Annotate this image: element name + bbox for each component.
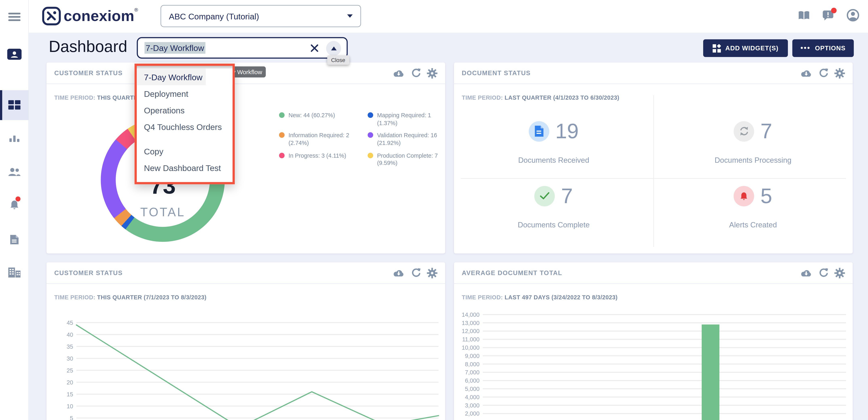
legend-dot bbox=[368, 152, 373, 158]
chevron-down-icon bbox=[347, 14, 353, 18]
options-button[interactable]: ••• OPTIONS bbox=[793, 39, 854, 57]
donut-legend: New: 44 (60.27%) Mapping Required: 1 (1.… bbox=[279, 112, 438, 167]
svg-text:5,000: 5,000 bbox=[465, 386, 479, 392]
brand-logo[interactable]: conexiom ® bbox=[42, 7, 138, 26]
book-icon bbox=[798, 10, 810, 20]
stat-documents-received: 19 Documents Received bbox=[454, 84, 653, 178]
menu-item[interactable]: 7-Day Workflow bbox=[137, 68, 232, 85]
widget-title: CUSTOMER STATUS bbox=[54, 269, 123, 276]
svg-text:13,000: 13,000 bbox=[462, 320, 479, 326]
sidebar-item-company[interactable] bbox=[0, 267, 29, 278]
dashboard-selector-input[interactable]: 7-Day Workflow bbox=[137, 37, 348, 59]
refresh-icon[interactable] bbox=[818, 68, 828, 78]
cloud-download-icon[interactable] bbox=[800, 268, 812, 277]
widget-customer-status-donut: CUSTOMER STATUS TIME PERIOD: THIS QUARTE… bbox=[46, 62, 445, 254]
legend-item: New: 44 (60.27%) bbox=[279, 112, 361, 127]
sidebar-item-analytics[interactable] bbox=[0, 133, 29, 142]
cloud-download-icon[interactable] bbox=[393, 68, 405, 77]
close-icon bbox=[310, 44, 319, 53]
svg-text:10: 10 bbox=[66, 403, 73, 410]
dashboard-menu: 7-Day WorkflowDeploymentOperationsQ4 Tou… bbox=[134, 64, 235, 184]
gear-icon[interactable] bbox=[834, 268, 845, 278]
cloud-download-icon[interactable] bbox=[800, 68, 812, 77]
svg-text:5: 5 bbox=[70, 415, 73, 420]
gear-icon[interactable] bbox=[427, 68, 437, 78]
legend-dot bbox=[368, 132, 373, 138]
bar-chart-icon bbox=[9, 133, 20, 142]
legend-dot bbox=[279, 112, 284, 118]
legend-dot bbox=[279, 132, 284, 138]
widget-title: DOCUMENT STATUS bbox=[462, 70, 531, 76]
svg-text:9,000: 9,000 bbox=[465, 353, 479, 359]
add-widgets-button[interactable]: ADD WIDGET(S) bbox=[703, 39, 788, 57]
svg-text:15: 15 bbox=[66, 391, 73, 397]
documentation-button[interactable] bbox=[798, 10, 810, 22]
menu-item[interactable]: Deployment bbox=[137, 85, 232, 102]
clear-button[interactable] bbox=[310, 44, 319, 55]
gear-icon[interactable] bbox=[427, 268, 437, 278]
building-icon bbox=[8, 267, 21, 278]
svg-text:6,000: 6,000 bbox=[465, 377, 479, 384]
legend-item: Production Complete: 7 (9.59%) bbox=[368, 152, 438, 167]
widget-customer-status-line: CUSTOMER STATUS TIME PERIOD: THIS QUARTE… bbox=[46, 262, 445, 420]
svg-text:7,000: 7,000 bbox=[465, 369, 479, 376]
divider bbox=[461, 178, 846, 179]
legend-item: Mapping Required: 1 (1.37%) bbox=[368, 112, 438, 127]
svg-text:25: 25 bbox=[66, 367, 73, 374]
refresh-icon[interactable] bbox=[411, 68, 421, 78]
conexiom-mark-icon bbox=[42, 7, 61, 26]
svg-text:35: 35 bbox=[66, 344, 73, 350]
close-tooltip: Close bbox=[327, 55, 349, 65]
sync-icon bbox=[739, 126, 750, 137]
bar-chart: 14,00013,00012,00011,00010,0009,0008,000… bbox=[454, 306, 852, 420]
ellipsis-icon: ••• bbox=[801, 45, 811, 51]
menu-icon[interactable] bbox=[8, 13, 21, 22]
chevron-up-icon bbox=[331, 46, 336, 50]
refresh-icon[interactable] bbox=[411, 268, 421, 278]
refresh-icon[interactable] bbox=[818, 268, 828, 278]
sidebar-item-documents[interactable] bbox=[0, 235, 29, 245]
sidebar-item-dashboard[interactable] bbox=[0, 100, 29, 110]
account-button[interactable] bbox=[846, 9, 859, 24]
cloud-download-icon[interactable] bbox=[393, 268, 405, 277]
alert-bell-icon bbox=[739, 191, 749, 201]
sidebar-item-contacts[interactable] bbox=[0, 49, 29, 60]
widgets-icon bbox=[713, 44, 721, 52]
menu-item[interactable]: New Dashboard Test bbox=[137, 159, 232, 176]
divider bbox=[653, 95, 654, 247]
dashboard-icon bbox=[8, 100, 21, 110]
widget-average-document-total: AVERAGE DOCUMENT TOTAL TIME PERIOD: LAST… bbox=[454, 262, 852, 420]
svg-text:45: 45 bbox=[66, 320, 73, 326]
legend-item: Validation Required: 16 (21.92%) bbox=[368, 132, 438, 147]
dashboard-selector-value: 7-Day Workflow bbox=[145, 42, 205, 54]
legend-dot bbox=[368, 112, 373, 118]
feedback-button[interactable] bbox=[822, 10, 834, 23]
sidebar bbox=[0, 0, 29, 420]
widget-title: AVERAGE DOCUMENT TOTAL bbox=[462, 269, 562, 276]
blue-document-icon bbox=[534, 126, 544, 137]
svg-text:4,000: 4,000 bbox=[465, 394, 479, 400]
brand-name: conexiom bbox=[64, 7, 134, 26]
donut-total-label: TOTAL bbox=[116, 205, 210, 220]
gear-icon[interactable] bbox=[834, 68, 845, 78]
menu-item[interactable]: Q4 Touchless Orders bbox=[137, 119, 232, 135]
options-label: OPTIONS bbox=[815, 45, 845, 52]
sidebar-item-notifications[interactable] bbox=[0, 200, 29, 209]
page-title: Dashboard bbox=[49, 38, 127, 56]
legend-item: Information Required: 2 (2.74%) bbox=[279, 132, 361, 147]
menu-item[interactable]: Operations bbox=[137, 102, 232, 119]
legend-item: In Progress: 3 (4.11%) bbox=[279, 152, 361, 167]
svg-text:3,000: 3,000 bbox=[465, 402, 479, 409]
contact-card-icon bbox=[7, 49, 22, 60]
app-root: conexiom ® ABC Company (Tutorial) Dashbo… bbox=[0, 0, 868, 420]
svg-text:40: 40 bbox=[66, 331, 73, 338]
svg-text:20: 20 bbox=[66, 379, 73, 386]
collapse-button[interactable] bbox=[326, 41, 341, 56]
menu-item[interactable]: Copy bbox=[137, 143, 232, 159]
svg-text:12,000: 12,000 bbox=[462, 328, 479, 334]
sidebar-item-customers[interactable] bbox=[0, 168, 29, 176]
widget-title: CUSTOMER STATUS bbox=[54, 70, 123, 76]
document-icon bbox=[9, 235, 20, 245]
svg-text:11,000: 11,000 bbox=[462, 336, 479, 343]
company-selector[interactable]: ABC Company (Tutorial) bbox=[161, 5, 361, 27]
